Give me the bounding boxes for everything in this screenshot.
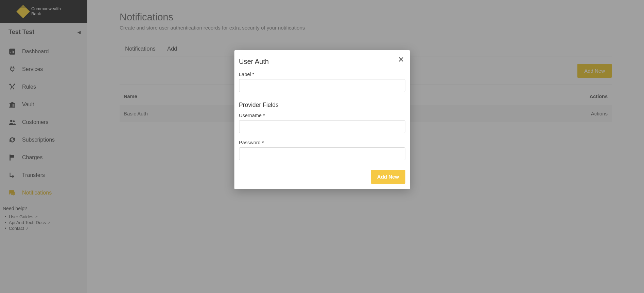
user-auth-modal: ✕ User Auth Label * Provider Fields User…: [234, 50, 410, 189]
username-input[interactable]: [239, 120, 405, 133]
modal-add-new-button[interactable]: Add New: [371, 170, 405, 184]
close-icon: ✕: [398, 55, 404, 64]
label-field-label: Label *: [239, 72, 405, 77]
password-input[interactable]: [239, 147, 405, 160]
provider-fields-heading: Provider Fields: [239, 102, 405, 109]
label-input[interactable]: [239, 79, 405, 92]
password-field-label: Password *: [239, 140, 405, 145]
username-field-label: Username *: [239, 113, 405, 118]
modal-actions: Add New: [239, 167, 405, 184]
modal-close-button[interactable]: ✕: [396, 55, 406, 65]
modal-title: User Auth: [239, 58, 405, 66]
